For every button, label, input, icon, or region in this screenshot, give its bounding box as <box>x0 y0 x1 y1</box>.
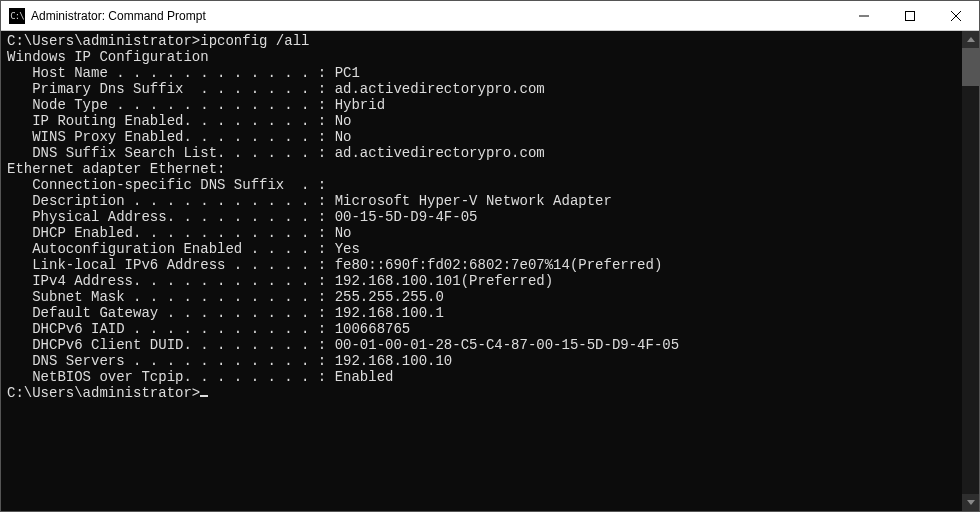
scroll-down-button[interactable] <box>962 494 979 511</box>
command-prompt-window: C:\ Administrator: Command Prompt C:\Use… <box>0 0 980 512</box>
window-controls <box>841 1 979 30</box>
output-line: C:\Users\administrator> <box>7 385 962 401</box>
client-area: C:\Users\administrator>ipconfig /allWind… <box>1 31 979 511</box>
svg-rect-1 <box>906 11 915 20</box>
output-line: Windows IP Configuration <box>7 49 962 65</box>
titlebar[interactable]: C:\ Administrator: Command Prompt <box>1 1 979 31</box>
scroll-up-button[interactable] <box>962 31 979 48</box>
cursor <box>200 385 208 397</box>
prompt: C:\Users\administrator> <box>7 385 200 401</box>
output-line: Subnet Mask . . . . . . . . . . . : 255.… <box>7 289 962 305</box>
output-line: Link-local IPv6 Address . . . . . : fe80… <box>7 257 962 273</box>
maximize-button[interactable] <box>887 1 933 30</box>
output-line: Primary Dns Suffix . . . . . . . : ad.ac… <box>7 81 962 97</box>
output-line: C:\Users\administrator>ipconfig /all <box>7 33 962 49</box>
output-line: Connection-specific DNS Suffix . : <box>7 177 962 193</box>
output-line: Description . . . . . . . . . . . : Micr… <box>7 193 962 209</box>
vertical-scrollbar[interactable] <box>962 31 979 511</box>
output-line: Physical Address. . . . . . . . . : 00-1… <box>7 209 962 225</box>
output-line: Ethernet adapter Ethernet: <box>7 161 962 177</box>
terminal-output[interactable]: C:\Users\administrator>ipconfig /allWind… <box>1 31 962 511</box>
cmd-icon: C:\ <box>9 8 25 24</box>
output-line: IP Routing Enabled. . . . . . . . : No <box>7 113 962 129</box>
minimize-button[interactable] <box>841 1 887 30</box>
close-button[interactable] <box>933 1 979 30</box>
output-line: DHCPv6 Client DUID. . . . . . . . : 00-0… <box>7 337 962 353</box>
output-line: Autoconfiguration Enabled . . . . : Yes <box>7 241 962 257</box>
command-text: ipconfig /all <box>200 33 309 49</box>
svg-marker-4 <box>967 37 975 42</box>
prompt: C:\Users\administrator> <box>7 33 200 49</box>
output-line: IPv4 Address. . . . . . . . . . . : 192.… <box>7 273 962 289</box>
svg-marker-5 <box>967 500 975 505</box>
scroll-track[interactable] <box>962 48 979 494</box>
output-line: DHCP Enabled. . . . . . . . . . . : No <box>7 225 962 241</box>
output-line: NetBIOS over Tcpip. . . . . . . . : Enab… <box>7 369 962 385</box>
output-line: DNS Suffix Search List. . . . . . : ad.a… <box>7 145 962 161</box>
window-title: Administrator: Command Prompt <box>31 9 841 23</box>
output-line: Default Gateway . . . . . . . . . : 192.… <box>7 305 962 321</box>
output-line: Node Type . . . . . . . . . . . . : Hybr… <box>7 97 962 113</box>
output-line: Host Name . . . . . . . . . . . . : PC1 <box>7 65 962 81</box>
output-line: DNS Servers . . . . . . . . . . . : 192.… <box>7 353 962 369</box>
output-line: WINS Proxy Enabled. . . . . . . . : No <box>7 129 962 145</box>
scroll-thumb[interactable] <box>962 48 979 86</box>
output-line: DHCPv6 IAID . . . . . . . . . . . : 1006… <box>7 321 962 337</box>
